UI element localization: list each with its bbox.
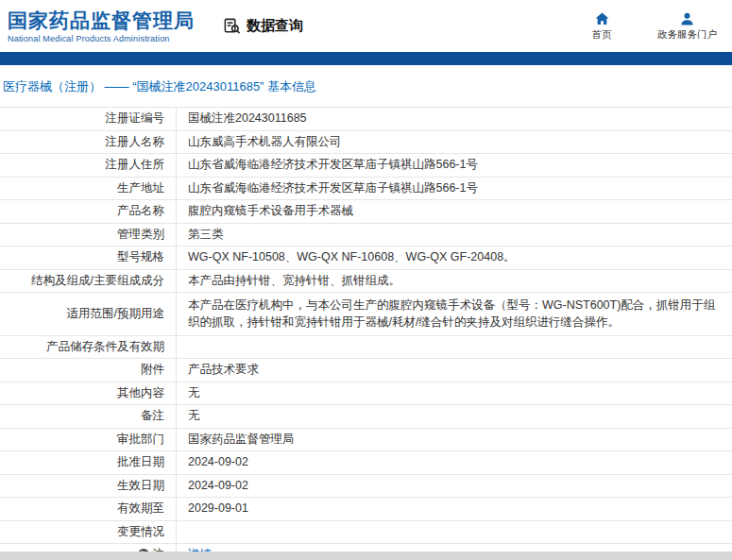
- row-label-text: 有效期至: [117, 501, 164, 517]
- row-value: 无: [177, 405, 732, 428]
- data-query-icon: [223, 17, 241, 35]
- row-value-text: 第三类: [188, 227, 224, 244]
- row-value-text: 无: [188, 408, 200, 425]
- table-row: 注册人名称山东威高手术机器人有限公司: [0, 131, 732, 155]
- table-row: 其他内容无: [0, 382, 732, 406]
- row-value: 山东省威海临港经济技术开发区草庙子镇祺山路566-1号: [177, 154, 732, 177]
- row-value-text: 腹腔内窥镜手术设备用手术器械: [188, 203, 353, 220]
- portal-label: 政务服务门户: [657, 28, 717, 42]
- row-label-text: 适用范围/预期用途: [67, 306, 164, 322]
- table-row: 注册人住所山东省威海临港经济技术开发区草庙子镇祺山路566-1号: [0, 154, 732, 178]
- row-label-text: 注册人住所: [106, 157, 165, 173]
- org-name: 国家药品监督管理局: [8, 8, 195, 33]
- table-row: 结构及组成/主要组成成分本产品由持针钳、宽持针钳、抓钳组成。: [0, 270, 732, 294]
- row-label: 备注: [0, 405, 177, 428]
- row-value-text: 山东威高手术机器人有限公司: [188, 134, 342, 151]
- row-label: 注册人住所: [0, 154, 177, 177]
- header-links: 首页 政务服务门户: [580, 11, 732, 42]
- row-value: 国家药品监督管理局: [177, 429, 732, 451]
- row-label: 产品储存条件及有效期: [0, 336, 177, 358]
- row-value-text: 无: [188, 385, 200, 402]
- person-icon: [680, 11, 694, 25]
- row-label-text: 型号规格: [117, 249, 164, 265]
- table-row: 管理类别第三类: [0, 224, 732, 247]
- row-value: 国械注准20243011685: [177, 108, 732, 130]
- row-value: 本产品在医疗机构中，与本公司生产的腹腔内窥镜手术设备（型号：WG-NST600T…: [177, 293, 732, 335]
- row-label: 其他内容: [0, 382, 177, 405]
- row-label-text: 注册人名称: [106, 134, 165, 150]
- table-row: 生效日期2024-09-02: [0, 475, 732, 499]
- row-value-text: 国家药品监督管理局: [188, 432, 295, 449]
- row-value: [177, 336, 732, 358]
- row-value: 2024-09-02: [177, 475, 732, 498]
- row-value: 无: [177, 382, 732, 405]
- row-label-text: 审批部门: [117, 432, 164, 448]
- row-label: 生效日期: [0, 475, 177, 498]
- row-value-text: 山东省威海临港经济技术开发区草庙子镇祺山路566-1号: [188, 157, 478, 174]
- table-row: 产品名称腹腔内窥镜手术设备用手术器械: [0, 200, 732, 224]
- row-value-text: 国械注准20243011685: [188, 110, 307, 127]
- row-label-text: 管理类别: [117, 227, 164, 243]
- row-value-text: 山东省威海临港经济技术开发区草庙子镇祺山路566-1号: [188, 180, 478, 197]
- row-label: 变更情况: [0, 521, 177, 543]
- table-row: 有效期至2029-09-01: [0, 498, 732, 521]
- row-value-text: 2024-09-02: [188, 478, 248, 495]
- row-label: 批准日期: [0, 451, 177, 474]
- row-label: 结构及组成/主要组成成分: [0, 270, 177, 293]
- row-label-text: 产品名称: [117, 203, 164, 219]
- row-label: 产品名称: [0, 200, 177, 223]
- row-value-text: 本产品在医疗机构中，与本公司生产的腹腔内窥镜手术设备（型号：WG-NST600T…: [188, 297, 719, 331]
- row-label-text: 备注: [141, 408, 164, 424]
- row-value-text: 2029-09-01: [188, 501, 248, 518]
- row-label-text: 注册证编号: [106, 110, 165, 127]
- row-value: 山东省威海临港经济技术开发区草庙子镇祺山路566-1号: [177, 178, 732, 200]
- home-label: 首页: [592, 28, 612, 42]
- data-query-label: 数据查询: [247, 17, 303, 35]
- row-label-text: 产品储存条件及有效期: [46, 339, 164, 355]
- row-label: 管理类别: [0, 224, 177, 246]
- row-label: 型号规格: [0, 246, 177, 269]
- row-label-text: 结构及组成/主要组成成分: [31, 273, 164, 289]
- row-label: 注册人名称: [0, 131, 177, 154]
- table-row: 附件产品技术要求: [0, 359, 732, 382]
- nmpa-logo: 国家药品监督管理局 National Medical Products Admi…: [8, 8, 195, 42]
- breadcrumb: 医疗器械（注册） —— “国械注准20243011685” 基本信息: [0, 65, 732, 107]
- home-link[interactable]: 首页: [580, 11, 623, 42]
- row-label-text: 其他内容: [117, 385, 164, 401]
- row-label-text: 生产地址: [117, 180, 164, 196]
- table-row: 型号规格WG-QX NF-10508、WG-QX NF-10608、WG-QX …: [0, 246, 732, 270]
- footer-strip: [0, 552, 732, 560]
- home-icon: [595, 11, 609, 25]
- row-label: 有效期至: [0, 498, 177, 520]
- row-label-text: 生效日期: [117, 478, 164, 494]
- row-value: WG-QX NF-10508、WG-QX NF-10608、WG-QX GF-2…: [177, 246, 732, 269]
- portal-link[interactable]: 政务服务门户: [657, 11, 717, 42]
- row-value: 2029-09-01: [177, 498, 732, 520]
- page-header: 国家药品监督管理局 National Medical Products Admi…: [0, 0, 732, 52]
- row-label: 注册证编号: [0, 108, 177, 130]
- table-row: 批准日期2024-09-02: [0, 451, 732, 475]
- info-table: 注册证编号国械注准20243011685注册人名称山东威高手术机器人有限公司注册…: [0, 107, 732, 560]
- row-label-text: 附件: [141, 362, 164, 378]
- row-label: 审批部门: [0, 429, 177, 451]
- row-label: 附件: [0, 359, 177, 382]
- table-row: 产品储存条件及有效期: [0, 336, 732, 359]
- table-row: 变更情况: [0, 521, 732, 544]
- row-value: 本产品由持针钳、宽持针钳、抓钳组成。: [177, 270, 732, 293]
- row-value-text: 本产品由持针钳、宽持针钳、抓钳组成。: [188, 273, 400, 290]
- row-value: 山东威高手术机器人有限公司: [177, 131, 732, 154]
- table-row: 审批部门国家药品监督管理局: [0, 429, 732, 452]
- row-label-text: 批准日期: [117, 454, 164, 470]
- row-value-text: 2024-09-02: [188, 454, 248, 471]
- row-value: [177, 521, 732, 543]
- org-name-en: National Medical Products Administration: [8, 34, 195, 43]
- row-value-text: 产品技术要求: [188, 362, 259, 379]
- table-row: 适用范围/预期用途本产品在医疗机构中，与本公司生产的腹腔内窥镜手术设备（型号：W…: [0, 293, 732, 336]
- row-value: 第三类: [177, 224, 732, 246]
- table-row: 生产地址山东省威海临港经济技术开发区草庙子镇祺山路566-1号: [0, 178, 732, 201]
- row-value-text: WG-QX NF-10508、WG-QX NF-10608、WG-QX GF-2…: [188, 249, 516, 266]
- row-value: 产品技术要求: [177, 359, 732, 382]
- table-row: 注册证编号国械注准20243011685: [0, 108, 732, 131]
- data-query-nav[interactable]: 数据查询: [223, 17, 303, 35]
- navy-divider-bar: [0, 52, 732, 65]
